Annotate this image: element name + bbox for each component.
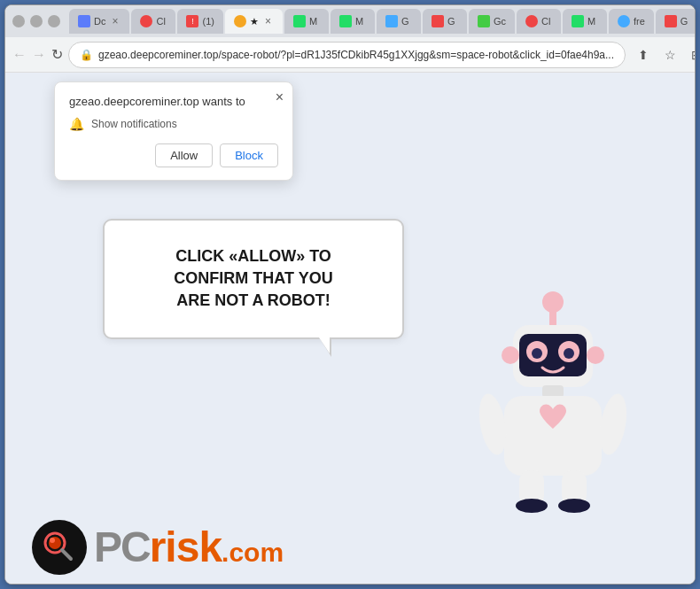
tab-label: Gc (494, 16, 506, 27)
com-text: .com (222, 538, 284, 567)
robot-illustration (464, 283, 642, 531)
tab-4-active[interactable]: ★ × (225, 9, 283, 34)
nav-bar: ← → ↻ 🔒 gzeao.deepcoreminer.top/space-ro… (5, 37, 695, 73)
popup-actions: Allow Block (69, 143, 278, 167)
notification-popup: × gzeao.deepcoreminer.top wants to 🔔 Sho… (54, 81, 293, 181)
tab-1[interactable]: Dc × (69, 9, 129, 34)
tab-favicon (478, 15, 490, 27)
message-text: CLICK «ALLOW» TO CONFIRM THAT YOU ARE NO… (136, 245, 370, 313)
popup-item-text: Show notifications (91, 118, 177, 130)
tab-label: M (309, 16, 317, 27)
minimize-window-button[interactable] (30, 15, 43, 27)
tab-favicon (618, 15, 630, 27)
tab-6[interactable]: M (331, 9, 375, 34)
window-controls (12, 15, 60, 27)
tab-11[interactable]: M (563, 9, 607, 34)
address-bar[interactable]: 🔒 gzeao.deepcoreminer.top/space-robot/?p… (68, 42, 626, 68)
maximize-window-button[interactable] (48, 15, 60, 27)
tab-label: fre (634, 16, 645, 27)
close-window-button[interactable] (12, 15, 25, 27)
svg-rect-11 (504, 396, 602, 476)
risk-text: risk (150, 523, 222, 570)
svg-point-16 (516, 499, 548, 513)
tab-8[interactable]: G (423, 9, 467, 34)
tab-9[interactable]: Gc (469, 9, 515, 34)
tab-favicon (293, 15, 306, 27)
tab-close[interactable]: × (262, 14, 274, 28)
svg-point-6 (532, 348, 542, 359)
tab-12[interactable]: fre (609, 9, 654, 34)
tab-label: G (447, 16, 455, 27)
title-bar: Dc × Cl ! (1) ★ × M M (5, 5, 695, 37)
extensions-icon[interactable]: ⊞ (684, 43, 696, 67)
tab-label: M (355, 16, 363, 27)
reload-button[interactable]: ↻ (51, 43, 63, 67)
allow-button[interactable]: Allow (155, 143, 213, 167)
svg-point-17 (558, 499, 590, 513)
tab-favicon (78, 15, 90, 27)
tab-label: G (681, 16, 688, 27)
svg-line-21 (62, 550, 71, 559)
address-text: gzeao.deepcoreminer.top/space-robot/?pl=… (98, 49, 614, 61)
tab-7[interactable]: G (377, 9, 421, 34)
message-box: CLICK «ALLOW» TO CONFIRM THAT YOU ARE NO… (103, 219, 404, 339)
block-button[interactable]: Block (220, 143, 278, 167)
tab-favicon (339, 15, 352, 27)
tab-label: M (587, 16, 595, 27)
pcrisk-text: PCrisk.com (94, 526, 284, 569)
bell-icon: 🔔 (69, 117, 84, 131)
tab-label: G (401, 16, 409, 27)
lock-icon: 🔒 (80, 49, 93, 61)
tab-favicon (140, 15, 152, 27)
tab-favicon (665, 15, 677, 27)
tab-5[interactable]: M (284, 9, 329, 34)
bubble-tail-inner (319, 337, 330, 353)
page-content: × gzeao.deepcoreminer.top wants to 🔔 Sho… (5, 73, 695, 584)
svg-rect-10 (542, 385, 564, 398)
tab-label: (1) (202, 16, 214, 27)
tabs-area: Dc × Cl ! (1) ★ × M M (69, 9, 696, 34)
tab-label: ★ (250, 16, 259, 27)
pc-text: PC (94, 523, 150, 570)
tab-2[interactable]: Cl (131, 9, 175, 34)
tab-label: Cl (541, 16, 550, 27)
pcrisk-icon (32, 520, 87, 575)
svg-rect-1 (549, 309, 556, 327)
browser-window: Dc × Cl ! (1) ★ × M M (4, 4, 696, 585)
tab-3[interactable]: ! (1) (177, 9, 222, 34)
popup-title: gzeao.deepcoreminer.top wants to (69, 95, 278, 108)
tab-13[interactable]: G (656, 9, 696, 34)
tab-favicon (234, 15, 246, 27)
tab-close[interactable]: × (109, 14, 121, 28)
forward-button[interactable]: → (32, 43, 46, 67)
svg-point-9 (587, 346, 604, 364)
tab-favicon (385, 15, 398, 27)
message-box-wrapper: CLICK «ALLOW» TO CONFIRM THAT YOU ARE NO… (103, 219, 404, 339)
svg-point-20 (50, 538, 55, 543)
svg-point-8 (502, 346, 519, 364)
tab-10[interactable]: Cl (517, 9, 561, 34)
back-button[interactable]: ← (12, 43, 27, 67)
tab-favicon: ! (186, 15, 198, 27)
tab-favicon (572, 15, 584, 27)
share-icon[interactable]: ⬆ (631, 43, 656, 67)
bookmark-icon[interactable]: ☆ (657, 43, 682, 67)
tab-favicon (432, 15, 444, 27)
pcrisk-logo: PCrisk.com (32, 520, 284, 575)
tab-label: Dc (94, 16, 105, 27)
popup-close-button[interactable]: × (276, 89, 284, 105)
popup-notification-item: 🔔 Show notifications (69, 117, 278, 131)
tab-label: Cl (156, 16, 165, 27)
tab-favicon (525, 15, 538, 27)
svg-point-7 (564, 348, 574, 359)
toolbar-icons: ⬆ ☆ ⊞ 👤 ⋮ (631, 43, 696, 67)
